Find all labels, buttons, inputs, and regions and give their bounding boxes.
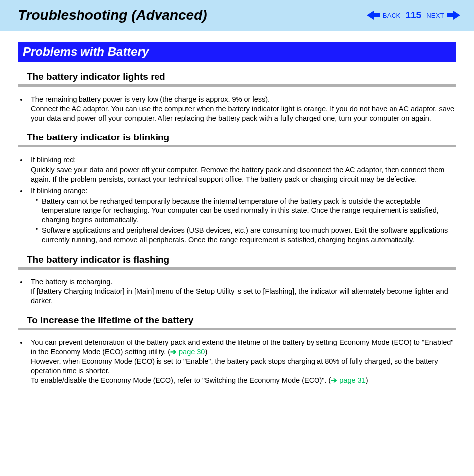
divider: [18, 328, 456, 330]
text: To enable/disable the Economy Mode (ECO)…: [31, 376, 331, 384]
content-area: Problems with Battery The battery indica…: [0, 31, 474, 403]
text: Quickly save your data and power off you…: [31, 166, 444, 183]
list-flashing: The battery is recharging. If [Battery C…: [28, 277, 456, 306]
list-red: The remaining battery power is very low …: [28, 95, 456, 123]
subheading-blinking: The battery indicator is blinking: [18, 132, 456, 143]
subheading-red: The battery indicator lights red: [18, 71, 456, 82]
arrow-right-icon: ➔: [170, 348, 179, 356]
nav-group: BACK 115 NEXT: [367, 10, 460, 21]
sub-list-item: Software applications and peripheral dev…: [36, 226, 456, 245]
text: Connect the AC adaptor. You can use the …: [31, 105, 454, 122]
list-item: If blinking orange: Battery cannot be re…: [28, 186, 456, 245]
text: However, when Economy Mode (ECO) is set …: [31, 357, 438, 375]
back-arrow-icon[interactable]: [367, 11, 380, 20]
text: Battery cannot be recharged temporarily …: [42, 197, 439, 224]
page-title: Troubleshooting (Advanced): [18, 7, 207, 23]
next-link[interactable]: NEXT: [426, 12, 444, 19]
text: The battery is recharging.: [31, 278, 112, 286]
list-lifetime: You can prevent deterioration of the bat…: [28, 338, 456, 386]
svg-marker-0: [367, 11, 380, 20]
divider: [18, 267, 456, 270]
text: You can prevent deterioration of the bat…: [31, 339, 453, 356]
list-item: If blinking red: Quickly save your data …: [28, 155, 456, 184]
divider: [18, 84, 456, 87]
text: The remaining battery power is very low …: [31, 95, 270, 103]
text: ): [205, 348, 207, 356]
divider: [18, 145, 456, 147]
text: Software applications and peripheral dev…: [42, 226, 448, 244]
arrow-right-icon: ➔: [331, 376, 339, 384]
svg-marker-1: [447, 11, 460, 20]
next-arrow-icon[interactable]: [447, 11, 460, 20]
header-bar: Troubleshooting (Advanced) BACK 115 NEXT: [0, 0, 474, 31]
list-item: You can prevent deterioration of the bat…: [28, 338, 456, 386]
subheading-lifetime: To increase the lifetime of the battery: [18, 315, 456, 326]
text: ): [366, 376, 368, 384]
list-item: The battery is recharging. If [Battery C…: [28, 277, 456, 306]
page-link-30[interactable]: page 30: [179, 348, 205, 356]
text: If [Battery Charging Indicator] in [Main…: [31, 287, 448, 305]
text: If blinking red:: [31, 156, 76, 164]
page-number: 115: [405, 10, 421, 21]
back-link[interactable]: BACK: [383, 12, 401, 19]
sub-list-item: Battery cannot be recharged temporarily …: [36, 197, 456, 225]
list-item: The remaining battery power is very low …: [28, 95, 456, 123]
text: If blinking orange:: [31, 187, 87, 195]
sub-list-orange: Battery cannot be recharged temporarily …: [31, 197, 456, 245]
subheading-flashing: The battery indicator is flashing: [18, 254, 456, 265]
section-banner: Problems with Battery: [18, 42, 456, 62]
list-blinking: If blinking red: Quickly save your data …: [28, 155, 456, 245]
page-link-31[interactable]: page 31: [339, 376, 365, 384]
